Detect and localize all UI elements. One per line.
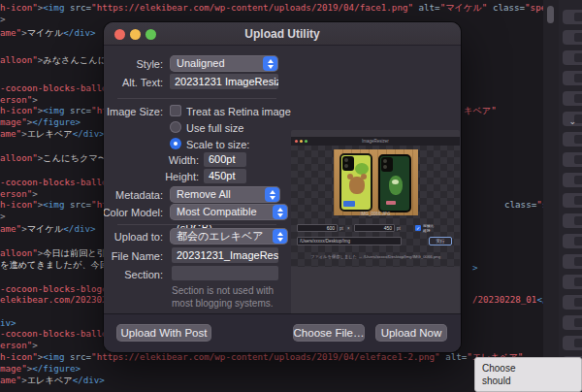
upload-with-post-button[interactable]: Upload With Post	[116, 324, 211, 342]
panel-button-icon	[574, 216, 582, 225]
panel-button[interactable]	[563, 152, 582, 167]
popup-stepper-icon	[273, 229, 287, 244]
panel-button[interactable]	[563, 71, 582, 85]
code-line: alloon">みなさんこんに	[0, 54, 107, 66]
panel-button[interactable]	[563, 295, 582, 310]
height-field[interactable]: 450pt	[204, 169, 246, 183]
code-line: alloon">今日は前回と引	[0, 247, 106, 259]
code-line: h-icon"><img src="ht	[0, 199, 108, 211]
color-model-popup[interactable]: Most Compatible (sRGB)	[170, 204, 288, 220]
chevron-down-icon[interactable]: ⌄	[568, 116, 576, 126]
code-line: elekibear.com/202302	[0, 294, 108, 306]
code-line: ame">エレキベア</div>	[0, 128, 105, 140]
file-name-label: File Name:	[104, 250, 163, 262]
code-line: -cocoon-blocks-ballo	[0, 177, 108, 188]
use-full-size-label: Use full size	[186, 122, 243, 134]
camera-module	[381, 157, 393, 172]
code-line: erson">	[0, 340, 38, 351]
preview-status-text: ファイルを保存しました → /Users/xxxxx/Desktop/Img/I…	[291, 254, 460, 259]
panel-button-icon	[574, 196, 582, 205]
panel-button-icon	[574, 298, 582, 307]
file-name-field[interactable]: 20231231_ImageResize_04.	[172, 247, 278, 263]
retina-checkbox-label: Treat as Retina image	[186, 106, 291, 117]
code-line: h-icon"><img src="ht	[0, 105, 108, 116]
panel-button[interactable]	[563, 275, 582, 289]
metadata-popup[interactable]: Remove All	[170, 186, 280, 203]
panel-button-icon	[574, 237, 582, 245]
panel-button[interactable]	[563, 132, 582, 147]
preview-checkbox-label: 縦横比 維持	[423, 224, 438, 233]
preview-filename: IMG_0066.JPG	[291, 212, 460, 216]
popup-stepper-icon	[273, 205, 287, 219]
image-size-label: Image Size:	[104, 106, 163, 117]
panel-button[interactable]	[563, 10, 582, 24]
tooltip-line: Choose	[482, 362, 581, 375]
use-full-size-radio[interactable]	[170, 121, 181, 133]
code-line: alloon">こんにちクマ〜	[0, 152, 107, 164]
camera-module	[342, 156, 354, 171]
dialog-title: Upload Utility	[104, 27, 461, 41]
code-line: -cocoon-blocks-ballo	[0, 328, 108, 340]
panel-button-icon	[574, 135, 582, 144]
panel-button-icon	[574, 278, 582, 286]
panel-button[interactable]	[563, 213, 582, 228]
upload-now-button[interactable]: Upload Now	[375, 324, 447, 342]
code-line: ame">エレキベア</div>	[0, 375, 105, 386]
phone-cases-photo	[334, 149, 418, 215]
preview-checkbox: ✓	[415, 225, 421, 231]
style-popup[interactable]: Unaligned	[170, 55, 278, 72]
editor-scrollbar[interactable]	[543, 0, 559, 392]
panel-button-icon	[574, 176, 582, 184]
panel-button-icon	[574, 53, 582, 62]
code-line: ame">マイケル</div>	[0, 223, 96, 235]
metadata-popup-value: Remove All	[177, 188, 231, 200]
width-field[interactable]: 600pt	[204, 152, 246, 167]
panel-button[interactable]	[563, 254, 582, 269]
preview-height-unit: pt	[397, 226, 401, 231]
divider	[117, 224, 276, 225]
color-model-label: Color Model:	[104, 207, 163, 218]
preview-image: ImageResizer	[291, 137, 460, 267]
code-line: を進めてきましたが、今回	[0, 259, 109, 271]
scrollbar-thumb[interactable]	[547, 6, 554, 23]
preview-width-unit: pt	[340, 226, 343, 231]
case-label	[343, 201, 355, 207]
panel-button-icon	[574, 33, 582, 42]
panel-button[interactable]	[563, 91, 582, 106]
dialog-footer: Upload With Post Choose File… Upload Now	[104, 313, 461, 352]
panel-button[interactable]	[563, 30, 582, 45]
section-help-line: most blogging systems.	[172, 297, 280, 310]
style-popup-value: Unaligned	[177, 57, 225, 69]
code-line: /20230228_01</	[472, 294, 547, 306]
preview-width-field: 600	[297, 224, 338, 232]
alt-text-label: Alt. Text:	[104, 77, 163, 88]
code-line: h-icon"><img src="https://elekibear.com/…	[0, 2, 567, 14]
code-line: ame">マイケル</div>	[0, 27, 96, 39]
panel-button[interactable]	[563, 173, 582, 187]
panel-button-icon	[574, 339, 582, 347]
section-field[interactable]	[172, 266, 278, 280]
code-line: -cocoon-blocks-ballo	[0, 82, 108, 94]
panel-button[interactable]	[563, 315, 582, 330]
upload-to-label: Upload to:	[104, 231, 163, 243]
scale-to-size-radio[interactable]	[170, 138, 181, 149]
retina-checkbox[interactable]	[170, 105, 181, 116]
divider	[117, 98, 276, 99]
right-toolbar-panel	[559, 0, 582, 392]
upload-to-popup-value: 都会のエレキベア	[177, 230, 264, 242]
phone-case-left	[340, 153, 372, 212]
choose-file-button[interactable]: Choose File…	[293, 324, 365, 342]
scale-to-size-label: Scale to size:	[186, 139, 249, 150]
phone-case-right	[378, 154, 411, 212]
section-help-text: Section is not used with most blogging s…	[172, 284, 280, 310]
dialog-titlebar[interactable]: Upload Utility	[104, 22, 461, 46]
panel-button-icon	[574, 94, 582, 103]
alt-text-field[interactable]: 20231231 ImageResize 04	[170, 74, 278, 89]
panel-button[interactable]	[563, 50, 582, 65]
panel-button[interactable]	[563, 193, 582, 208]
panel-button[interactable]	[563, 234, 582, 248]
section-label: Section:	[104, 269, 163, 280]
code-line: mage"></figure>	[0, 116, 81, 128]
upload-to-popup[interactable]: 都会のエレキベア	[170, 228, 288, 245]
panel-button[interactable]	[563, 336, 582, 350]
